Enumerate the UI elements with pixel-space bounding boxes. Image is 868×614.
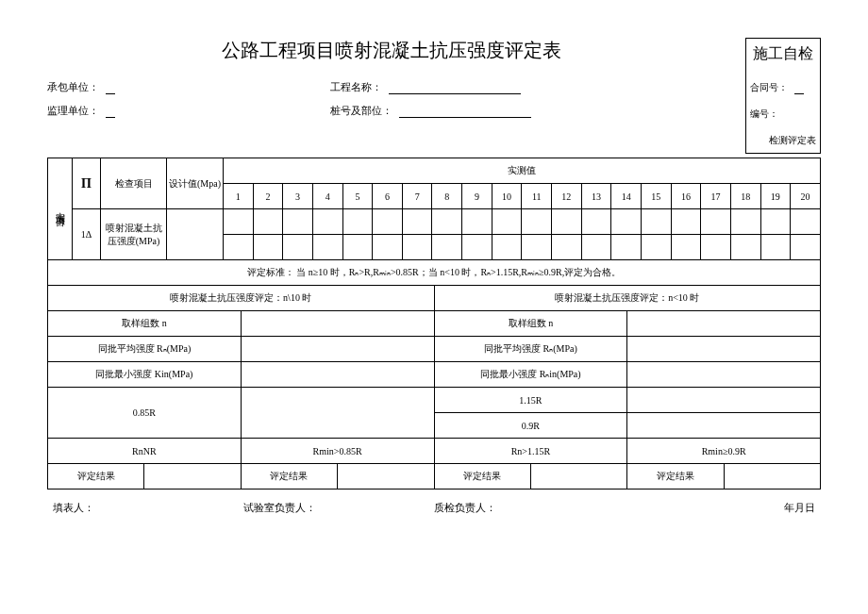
data-cell — [432, 235, 462, 260]
avg-left-label: 同批平均强度 Rₙ(MPa) — [48, 337, 242, 362]
factor-row-1: 0.85R 1.15R — [48, 388, 821, 413]
min-right-value — [627, 362, 821, 388]
footer-date: 年月日 — [625, 501, 815, 515]
data-cell — [342, 209, 373, 235]
result-value-4 — [724, 464, 820, 490]
col-3: 3 — [283, 184, 313, 209]
data-cell — [671, 235, 701, 260]
result-label-3: 评定结果 — [434, 464, 530, 490]
data-cell — [402, 235, 432, 260]
f09-label: 0.9R — [434, 413, 627, 439]
result-value-2 — [338, 464, 434, 490]
rnnr-cell: RnNR — [48, 439, 242, 464]
check-item-header: 检查项目 — [101, 158, 167, 209]
data-cell — [791, 235, 821, 260]
data-cell — [312, 235, 342, 260]
project-value — [389, 82, 521, 94]
data-cell — [373, 235, 403, 260]
data-cell — [552, 235, 582, 260]
col-14: 14 — [611, 184, 642, 209]
symbol-cell: П — [73, 158, 101, 209]
result-value-3 — [530, 464, 626, 490]
measured-value-header: 实测值 — [224, 158, 821, 184]
data-cell — [611, 209, 642, 235]
col-4: 4 — [312, 184, 342, 209]
group-n-right-label: 取样组数 n — [434, 311, 627, 337]
data-cell — [522, 209, 552, 235]
f09-value — [627, 413, 821, 439]
avg-left-value — [241, 337, 434, 362]
sidebox-heading: 施工自检 — [750, 44, 816, 64]
formula-row: RnNR Rmin>0.85R Rn>1.15R Rmin≥0.9R — [48, 439, 821, 464]
col-10: 10 — [492, 184, 522, 209]
col-11: 11 — [522, 184, 552, 209]
col-16: 16 — [671, 184, 701, 209]
design-value-cell — [167, 209, 224, 260]
design-value-header: 设计值(Mpa) — [167, 158, 224, 209]
data-cell — [492, 235, 522, 260]
project-label: 工程名称： — [330, 81, 382, 92]
data-cell — [552, 209, 582, 235]
data-cell — [791, 209, 821, 235]
group-n-left-label: 取样组数 n — [48, 311, 242, 337]
supervisor-label: 监理单位： — [47, 105, 99, 116]
rn115-cell: Rn>1.15R — [434, 439, 627, 464]
data-cell — [312, 209, 342, 235]
contract-no-label: 合同号： — [750, 82, 788, 92]
measured-item-header: 实测项目 — [48, 158, 73, 260]
data-cell — [402, 209, 432, 235]
col-5: 5 — [342, 184, 373, 209]
title-block: 公路工程项目喷射混凝土抗压强度评定表 承包单位： 工程名称： 监理单位： 桩号及… — [47, 38, 736, 127]
meta-row-1: 承包单位： 工程名称： — [47, 80, 736, 94]
data-cell — [701, 209, 731, 235]
min-row: 同批最小强度 Kin(MPa) 同批最小强度 Rₙin(MPa) — [48, 362, 821, 388]
station-label: 桩号及部位： — [330, 105, 392, 116]
footer-lab: 试验室负责人： — [243, 501, 434, 515]
result-table: 评定结果 评定结果 评定结果 评定结果 — [47, 464, 821, 490]
col-18: 18 — [730, 184, 760, 209]
col-15: 15 — [641, 184, 671, 209]
col-13: 13 — [581, 184, 611, 209]
f115-label: 1.15R — [434, 388, 627, 413]
group-n-row: 取样组数 n 取样组数 n — [48, 311, 821, 337]
section-left-title: 喷射混凝土抗压强度评定：n\10 时 — [48, 286, 435, 311]
col-17: 17 — [701, 184, 731, 209]
data-cell — [342, 235, 373, 260]
data-cell — [492, 209, 522, 235]
criteria-cell: 评定标准： 当 n≥10 时，Rₙ>R,Rₘᵢₙ>0.85R；当 n<10 时，… — [48, 260, 821, 286]
contractor-label: 承包单位： — [47, 81, 99, 92]
data-cell — [462, 235, 492, 260]
criteria-row: 评定标准： 当 n≥10 时，Rₙ>R,Rₘᵢₙ>0.85R；当 n<10 时，… — [48, 260, 821, 286]
doc-no-label: 编号： — [750, 108, 778, 119]
data-cell — [641, 209, 671, 235]
data-cell — [224, 235, 254, 260]
avg-right-value — [627, 337, 821, 362]
min-right-label: 同批最小强度 Rₙin(MPa) — [434, 362, 627, 388]
col-20: 20 — [791, 184, 821, 209]
group-n-left-value — [241, 311, 434, 337]
item-name-cell: 喷射混凝土抗压强度(MPa) — [101, 209, 167, 260]
data-cell — [462, 209, 492, 235]
evaluation-table: 评定标准： 当 n≥10 时，Rₙ>R,Rₘᵢₙ>0.85R；当 n<10 时，… — [47, 260, 821, 464]
result-label-2: 评定结果 — [241, 464, 337, 490]
data-row-1: 1Δ 喷射混凝土抗压强度(MPa) — [48, 209, 821, 235]
result-label-1: 评定结果 — [48, 464, 144, 490]
col-1: 1 — [224, 184, 254, 209]
data-cell — [611, 235, 642, 260]
data-cell — [283, 235, 313, 260]
rmin09-cell: Rmin≥0.9R — [627, 439, 821, 464]
rmin085-cell: Rmin>0.85R — [241, 439, 434, 464]
page-title: 公路工程项目喷射混凝土抗压强度评定表 — [47, 38, 736, 63]
data-cell — [671, 209, 701, 235]
footer-qc: 质检负责人： — [434, 501, 625, 515]
footer-row: 填表人： 试验室负责人： 质检负责人： 年月日 — [47, 501, 821, 515]
min-left-value — [241, 362, 434, 388]
data-cell — [581, 235, 611, 260]
data-cell — [730, 235, 760, 260]
data-cell — [432, 209, 462, 235]
data-cell — [253, 235, 283, 260]
col-2: 2 — [253, 184, 283, 209]
station-value — [399, 106, 531, 118]
data-cell — [522, 235, 552, 260]
data-cell — [253, 209, 283, 235]
